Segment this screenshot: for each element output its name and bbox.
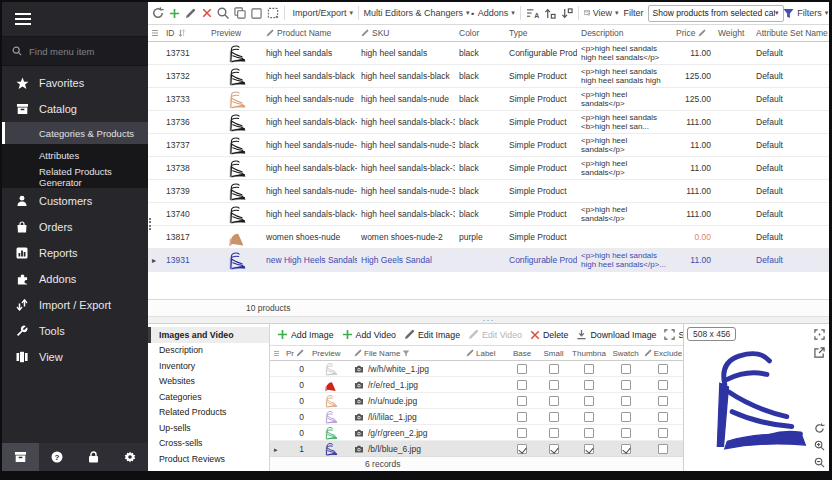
swatch-checkbox[interactable]: [621, 380, 631, 390]
swatch-checkbox[interactable]: [621, 428, 631, 438]
lock-icon[interactable]: [75, 443, 112, 471]
exclude-checkbox[interactable]: [658, 412, 668, 422]
settings-icon[interactable]: [112, 443, 149, 471]
sort-az-button[interactable]: A: [524, 4, 541, 23]
image-row[interactable]: 0/r/e/red_1.jpg: [270, 377, 683, 393]
edit-image-button[interactable]: Edit Image: [400, 326, 464, 344]
table-row[interactable]: 13739high heel sandals-nude-37high heel …: [148, 180, 829, 203]
small-checkbox[interactable]: [549, 396, 559, 406]
copy-button[interactable]: [232, 4, 248, 23]
sidebar-item-view[interactable]: View: [2, 344, 148, 370]
add-image-button[interactable]: Add Image: [273, 326, 338, 344]
table-row[interactable]: 13736high heel sandals-black-36high heel…: [148, 111, 829, 134]
image-row[interactable]: 0/g/r/green_2.jpg: [270, 425, 683, 441]
exclude-checkbox[interactable]: [658, 364, 668, 374]
tab-cross-sells[interactable]: Cross-sells: [148, 436, 269, 452]
column-header-description[interactable]: Description: [577, 28, 672, 38]
store-icon[interactable]: [2, 443, 39, 471]
swatch-checkbox[interactable]: [621, 364, 631, 374]
delete-button[interactable]: [199, 4, 214, 23]
zoom-in-icon[interactable]: [812, 438, 826, 452]
small-checkbox[interactable]: [549, 428, 559, 438]
sidebar-item-catalog[interactable]: Catalog: [2, 96, 148, 122]
base-checkbox[interactable]: [517, 444, 527, 454]
sidebar-item-addons[interactable]: Addons: [2, 266, 148, 292]
add-video-button[interactable]: Add Video: [338, 326, 400, 344]
download-image-button[interactable]: Download Image: [572, 326, 660, 344]
table-row[interactable]: 13817women shoes-nudewomen shoes-nude-2p…: [148, 226, 829, 249]
thumbnail-checkbox[interactable]: [584, 396, 594, 406]
sidebar-item-orders[interactable]: Orders: [2, 214, 148, 240]
import-export-dropdown[interactable]: Import/Export▾: [288, 4, 355, 23]
column-header-sku[interactable]: SKU: [357, 28, 455, 38]
search-button[interactable]: [215, 4, 231, 23]
tab-images-and-video[interactable]: Images and Video: [148, 327, 269, 343]
menu-search-input[interactable]: [29, 46, 129, 57]
tab-up-sells[interactable]: Up-sells: [148, 420, 269, 436]
column-header-type[interactable]: Type: [505, 28, 577, 38]
tab-related-products[interactable]: Related Products: [148, 405, 269, 421]
horizontal-splitter[interactable]: ···: [148, 316, 829, 323]
help-icon[interactable]: ?: [39, 443, 76, 471]
thumbnail-checkbox[interactable]: [584, 364, 594, 374]
small-checkbox[interactable]: [549, 412, 559, 422]
base-checkbox[interactable]: [517, 428, 527, 438]
table-row[interactable]: 13737high heel sandals-nude-36high heel …: [148, 134, 829, 157]
sidebar-item-tools[interactable]: Tools: [2, 318, 148, 344]
base-checkbox[interactable]: [517, 396, 527, 406]
select-button[interactable]: [249, 4, 264, 23]
table-row[interactable]: 13738high heel sandals-black-37high heel…: [148, 157, 829, 180]
tab-description[interactable]: Description: [148, 343, 269, 359]
fullscreen-icon[interactable]: [812, 327, 826, 341]
image-row[interactable]: 0/n/u/nude.jpg: [270, 393, 683, 409]
tab-product-reviews[interactable]: Product Reviews: [148, 451, 269, 467]
column-header-preview[interactable]: Preview: [207, 28, 262, 38]
column-header-file-name[interactable]: File Name: [350, 349, 462, 358]
column-header-preview[interactable]: Preview: [308, 349, 350, 358]
open-external-icon[interactable]: [812, 345, 826, 359]
table-row[interactable]: 13732high heel sandals-blackhigh heel sa…: [148, 65, 829, 88]
zoom-out-icon[interactable]: [812, 455, 826, 469]
move-up-button[interactable]: [542, 4, 558, 23]
rotate-icon[interactable]: [812, 421, 826, 435]
paste-button[interactable]: [265, 4, 281, 23]
multi-editors-dropdown[interactable]: Multi Editors & Changers▾: [362, 4, 469, 23]
exclude-checkbox[interactable]: [658, 428, 668, 438]
sidebar-subitem-attributes[interactable]: Attributes: [2, 144, 148, 166]
sidebar-subitem-categories-products[interactable]: Categories & Products: [2, 122, 148, 144]
column-header-small[interactable]: Small: [537, 349, 570, 358]
move-down-button[interactable]: [559, 4, 575, 23]
sidebar-subitem-related-products-generator[interactable]: Related Products Generator: [2, 166, 148, 188]
column-header-id[interactable]: ID: [162, 28, 207, 38]
tab-categories[interactable]: Categories: [148, 389, 269, 405]
thumbnail-checkbox[interactable]: [584, 428, 594, 438]
view-dropdown[interactable]: View▾: [582, 4, 621, 23]
table-row[interactable]: 13731high heel sandalshigh heel sandalsb…: [148, 42, 829, 65]
base-checkbox[interactable]: [517, 364, 527, 374]
image-row[interactable]: 0/l/i/lilac_1.jpg: [270, 409, 683, 425]
sidebar-item-favorites[interactable]: Favorites: [2, 70, 148, 96]
refresh-button[interactable]: [150, 4, 166, 23]
table-row[interactable]: 13740high heel sandals-black-38high heel…: [148, 203, 829, 226]
image-row[interactable]: 1/b/l/blue_6.jpg: [270, 441, 683, 456]
exclude-checkbox[interactable]: [658, 396, 668, 406]
thumbnail-checkbox[interactable]: [584, 412, 594, 422]
column-header-color[interactable]: Color: [455, 28, 505, 38]
edit-button[interactable]: [183, 4, 198, 23]
column-header-weight[interactable]: Weight: [714, 28, 752, 38]
base-checkbox[interactable]: [517, 412, 527, 422]
table-row[interactable]: 13733high heel sandals-nudehigh heel san…: [148, 88, 829, 111]
column-header-pr[interactable]: Pr: [282, 349, 308, 358]
exclude-checkbox[interactable]: [658, 444, 668, 454]
thumbnail-checkbox[interactable]: [584, 380, 594, 390]
column-header-label[interactable]: Label: [462, 349, 507, 358]
column-header-swatch[interactable]: Swatch: [608, 349, 643, 358]
column-header-base[interactable]: Base: [507, 349, 537, 358]
thumbnail-checkbox[interactable]: [584, 444, 594, 454]
sidebar-item-reports[interactable]: Reports: [2, 240, 148, 266]
filter-category-select[interactable]: Show products from selected categories ▾: [648, 5, 784, 22]
delete-button[interactable]: Delete: [526, 326, 572, 344]
exclude-checkbox[interactable]: [658, 380, 668, 390]
image-row[interactable]: 0/w/h/white_1.jpg: [270, 361, 683, 377]
sidebar-item-customers[interactable]: Customers: [2, 188, 148, 214]
